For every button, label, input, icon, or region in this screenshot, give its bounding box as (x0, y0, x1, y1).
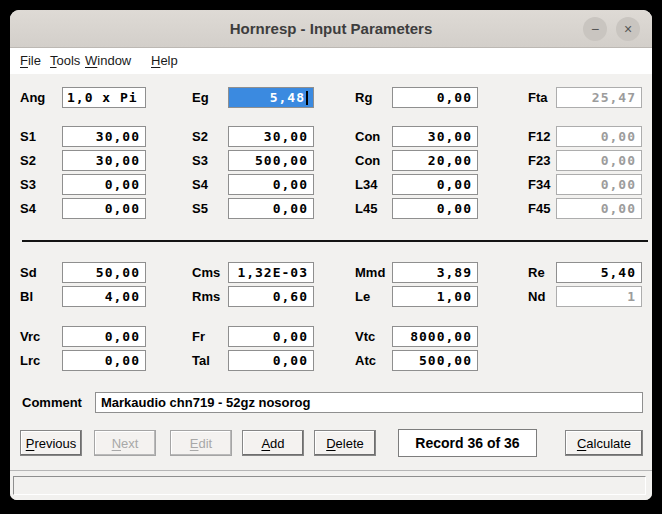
field-rms[interactable]: 0,60 (228, 286, 314, 307)
status-bar-divider (10, 470, 652, 471)
menu-file[interactable]: File (17, 48, 44, 74)
label-rg: Rg (355, 90, 372, 105)
field-mmd[interactable]: 3,89 (392, 262, 478, 283)
label-s5: S5 (192, 201, 208, 216)
field-tal[interactable]: 0,00 (228, 350, 314, 371)
field-lrc[interactable]: 0,00 (62, 350, 146, 371)
hornresp-window: Hornresp - Input Parameters − × File Too… (10, 10, 652, 500)
field-f12: 0,00 (556, 126, 642, 147)
label-s3b: S3 (20, 177, 36, 192)
field-vtc[interactable]: 8000,00 (392, 326, 478, 347)
label-s3a: S3 (192, 153, 208, 168)
text-caret (306, 91, 308, 105)
field-re[interactable]: 5,40 (556, 262, 642, 283)
input-parameters-form: Ang 1,0 x Pi Eg 5,48 Rg 0,00 Fta 25,47 S… (10, 74, 652, 468)
label-ang: Ang (20, 90, 45, 105)
minimize-icon: − (591, 22, 599, 36)
close-icon: × (624, 22, 632, 36)
label-atc: Atc (355, 353, 376, 368)
field-f45: 0,00 (556, 198, 642, 219)
record-indicator: Record 36 of 36 (398, 429, 537, 457)
add-button[interactable]: Add (242, 430, 304, 456)
title-bar: Hornresp - Input Parameters − × (10, 10, 652, 48)
field-ang[interactable]: 1,0 x Pi (62, 87, 146, 108)
field-s4b[interactable]: 0,00 (62, 198, 146, 219)
field-atc[interactable]: 500,00 (392, 350, 478, 371)
field-eg[interactable]: 5,48 (228, 87, 314, 108)
menu-bar: File Tools Window Help (10, 48, 652, 74)
field-vrc[interactable]: 0,00 (62, 326, 146, 347)
label-rms: Rms (192, 289, 220, 304)
field-le[interactable]: 1,00 (392, 286, 478, 307)
minimize-button[interactable]: − (583, 17, 607, 41)
field-con12[interactable]: 30,00 (392, 126, 478, 147)
field-fta: 25,47 (556, 87, 642, 108)
label-cms: Cms (192, 265, 220, 280)
field-l45[interactable]: 0,00 (392, 198, 478, 219)
field-s2b[interactable]: 30,00 (62, 150, 146, 171)
label-f45: F45 (528, 201, 550, 216)
field-con23[interactable]: 20,00 (392, 150, 478, 171)
label-vrc: Vrc (20, 329, 40, 344)
field-rg[interactable]: 0,00 (392, 87, 478, 108)
window-title: Hornresp - Input Parameters (10, 20, 652, 37)
label-s4b: S4 (20, 201, 36, 216)
label-fr: Fr (192, 329, 205, 344)
label-f23: F23 (528, 153, 550, 168)
label-f12: F12 (528, 129, 550, 144)
label-l34: L34 (355, 177, 377, 192)
field-s1[interactable]: 30,00 (62, 126, 146, 147)
field-sd[interactable]: 50,00 (62, 262, 146, 283)
field-cms[interactable]: 1,32E-03 (228, 262, 314, 283)
label-nd: Nd (528, 289, 545, 304)
field-s3b[interactable]: 0,00 (62, 174, 146, 195)
label-mmd: Mmd (355, 265, 385, 280)
field-s2a[interactable]: 30,00 (228, 126, 314, 147)
field-s4a[interactable]: 0,00 (228, 174, 314, 195)
label-re: Re (528, 265, 545, 280)
label-fta: Fta (528, 90, 548, 105)
field-f23: 0,00 (556, 150, 642, 171)
field-fr[interactable]: 0,00 (228, 326, 314, 347)
previous-button[interactable]: Previous (20, 430, 82, 456)
menu-help[interactable]: Help (148, 48, 181, 74)
edit-button: Edit (170, 430, 232, 456)
field-l34[interactable]: 0,00 (392, 174, 478, 195)
menu-tools[interactable]: Tools (47, 48, 83, 74)
label-tal: Tal (192, 353, 210, 368)
label-comment: Comment (22, 395, 82, 410)
field-s5[interactable]: 0,00 (228, 198, 314, 219)
field-bl[interactable]: 4,00 (62, 286, 146, 307)
label-eg: Eg (192, 90, 209, 105)
section-divider (22, 240, 648, 242)
delete-button[interactable]: Delete (314, 430, 376, 456)
label-bl: Bl (20, 289, 33, 304)
status-bar (10, 468, 652, 500)
label-f34: F34 (528, 177, 550, 192)
field-s3a[interactable]: 500,00 (228, 150, 314, 171)
calculate-button[interactable]: Calculate (565, 430, 643, 456)
close-button[interactable]: × (616, 17, 640, 41)
menu-window[interactable]: Window (82, 48, 134, 74)
label-s1: S1 (20, 129, 36, 144)
status-panel (13, 476, 646, 495)
label-con23: Con (355, 153, 380, 168)
label-s4a: S4 (192, 177, 208, 192)
label-le: Le (355, 289, 370, 304)
field-nd: 1 (556, 286, 642, 307)
label-s2b: S2 (20, 153, 36, 168)
label-vtc: Vtc (355, 329, 375, 344)
field-f34: 0,00 (556, 174, 642, 195)
field-comment[interactable]: Markaudio chn719 - 52gz nosorog (95, 392, 643, 413)
label-sd: Sd (20, 265, 37, 280)
label-l45: L45 (355, 201, 377, 216)
next-button: Next (94, 430, 156, 456)
label-s2a: S2 (192, 129, 208, 144)
label-con12: Con (355, 129, 380, 144)
label-lrc: Lrc (20, 353, 40, 368)
